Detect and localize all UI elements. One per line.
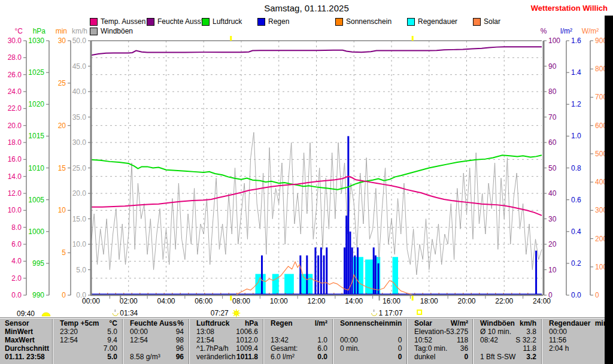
cell-time: 11:56 [549,336,566,344]
cell-value: 5.0 [107,353,117,361]
svg-text:01:34: 01:34 [120,309,138,317]
stats-table: SensorMinWertMaxWertDurchschnitt01.11. 2… [0,317,613,364]
legend-swatch-icon [335,18,343,26]
table-cell: 7.00 [53,344,123,353]
table-cell: 00:00 [542,327,613,336]
svg-text:28.0: 28.0 [8,53,22,62]
table-col-4: Sonnenscheinmin00:0000 min.00 [333,319,407,364]
svg-text:18:00: 18:00 [420,297,438,305]
weather-station-window: °C0.02.04.06.08.010.012.014.016.018.020.… [0,0,613,364]
col-unit: km/h [520,319,536,327]
table-cell: 96 [123,344,189,353]
cell-value: 36 [460,344,468,353]
svg-text:2.0: 2.0 [11,274,22,283]
svg-text:20.0: 20.0 [72,189,87,198]
svg-text:30: 30 [548,215,557,223]
svg-text:20: 20 [548,240,557,248]
cell-value: 96 [176,353,184,361]
table-cell: 0 [333,353,407,361]
cell-value: 1006.6 [236,327,258,336]
cell-time: 21:54 [196,336,214,344]
legend-label: Feuchte Auss* [157,17,204,26]
cell-value: 9.4 [107,336,117,344]
svg-text:1020: 1020 [28,100,44,108]
svg-text:25.0: 25.0 [72,164,87,172]
svg-text:1.2: 1.2 [571,100,581,108]
cell-value: 94 [176,327,184,336]
svg-text:1 17:07: 1 17:07 [379,309,403,317]
cell-time: 00:00 [130,327,148,336]
table-cell [542,353,613,361]
grid [91,41,542,295]
svg-text:10: 10 [548,266,557,274]
svg-text:00:00: 00:00 [82,297,100,305]
svg-text:12.0: 12.0 [8,189,22,198]
legend-label: Regen [268,17,289,26]
svg-text:24:00: 24:00 [533,297,551,305]
table-row-label: MinWert [0,327,53,336]
sunset-icon [417,310,421,314]
table-col-sensor: SensorMinWertMaxWertDurchschnitt01.11. 2… [0,319,53,364]
svg-text:60: 60 [548,138,557,147]
legend-swatch-icon [257,18,265,26]
table-cell: 13:081006.6 [190,327,263,336]
svg-text:08:00: 08:00 [232,297,250,305]
table-cell: 11:56 [542,336,613,344]
svg-text:16:00: 16:00 [383,297,400,305]
svg-text:40: 40 [548,189,557,198]
cell-value: 6.0 [317,344,327,353]
cell-value: S 32.2 [515,336,536,344]
legend-label: Solar [484,17,500,26]
svg-text:18.0: 18.0 [8,138,22,147]
table-cell: 00:000 [333,336,407,344]
x-axis: 00:0002:0004:0006:0008:0010:0012:0014:00… [82,296,551,305]
cell-time: 1 Bft S-SW [480,353,515,361]
table-cell: 13:421.0 [264,336,333,344]
svg-text:0.2: 0.2 [571,259,581,268]
svg-text:0.0: 0.0 [11,291,22,299]
legend-swatch-icon [407,18,415,26]
table-cell: 11.8 [474,344,542,353]
svg-text:0: 0 [595,291,599,299]
svg-text:1025: 1025 [28,68,44,77]
col-header: Regendauer [549,319,590,327]
svg-text:35.0: 35.0 [72,113,87,122]
svg-text:06:00: 06:00 [195,297,213,305]
cell-value: 3.8 [526,327,536,336]
cell-time: ^1.7hPa/h [196,344,229,353]
table-cell: veränderlich1011.8 [190,353,263,361]
cell-time: 12:54 [130,336,148,344]
col-unit: hPa [245,319,258,327]
svg-text:10: 10 [58,206,66,214]
table-cell: 8.58 g/m³96 [123,353,189,361]
legend-item: Regen [257,17,289,26]
legend-item: Temp. Aussen [90,17,145,26]
svg-text:0.4: 0.4 [571,228,581,236]
svg-text:4.0: 4.0 [11,257,22,265]
cell-time: 6.0 l/m² [271,353,295,361]
axis-humidity: %0102030405060708090100 [541,27,561,299]
legend-swatch-icon [90,18,98,26]
svg-text:1015: 1015 [28,132,44,140]
svg-text:22.0: 22.0 [8,104,22,113]
svg-text:40.0: 40.0 [72,87,87,96]
cell-value: 1012.0 [236,336,258,344]
cell-time: 10:52 [414,336,432,344]
table-row-label: Sensor [0,319,53,327]
cell-time: 00:00 [549,327,567,336]
cell-value: 0 [464,353,468,361]
cell-time: 13:08 [196,327,214,336]
legend-label: Regendauer [418,17,457,26]
table-row-label: Durchschnitt [0,344,53,353]
table-cell: ^1.7hPa/h1009.4 [190,344,263,353]
col-header: Regen [271,319,293,327]
cell-value: 0 [398,353,402,361]
cell-time: 23:20 [60,327,78,336]
axis-wind: km/h0.05.010.015.020.025.030.035.040.045… [72,27,91,299]
cell-value: 1.0 [317,336,327,344]
cell-time: 00:00 [340,336,358,344]
svg-text:70: 70 [548,113,557,122]
svg-text:50: 50 [548,164,557,172]
table-col-0: Temp +5cm°C23:205.012:549.47.005.0 [53,319,123,364]
table-cell: 0 min.0 [333,344,407,353]
